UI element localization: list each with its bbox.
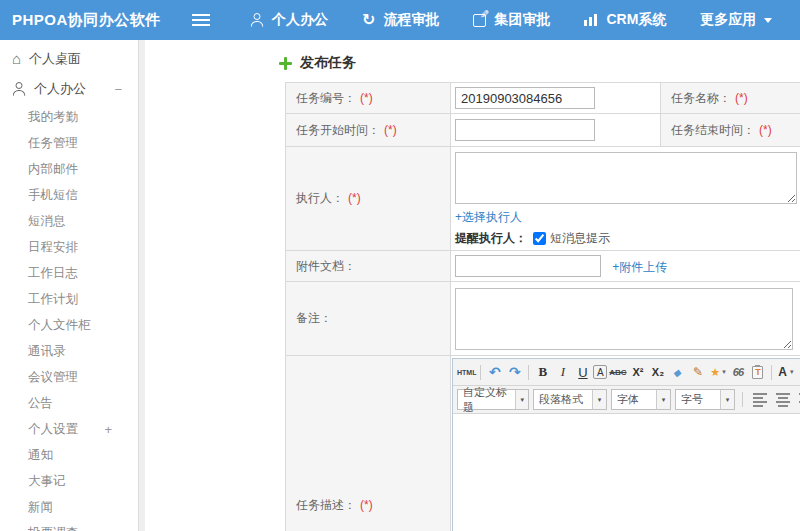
brush-icon: ✎ <box>693 365 703 379</box>
rich-text-editor: HTML ↶ ↷ B I U A ABC X² X₂ ◆ ✎ <box>452 358 800 531</box>
redo-button[interactable]: ↷ <box>505 362 524 382</box>
sidebar-item-personal-office[interactable]: 个人办公 − <box>0 74 138 104</box>
editor-content-area[interactable] <box>453 414 800 531</box>
superscript-button[interactable]: X² <box>628 362 647 382</box>
required-mark: (*) <box>360 91 373 105</box>
sidebar-item-mobile-sms[interactable]: 手机短信 <box>0 182 138 208</box>
font-family-select[interactable]: 字体▾ <box>611 389 671 410</box>
align-center-button[interactable] <box>773 390 792 410</box>
start-time-field-cell <box>451 114 661 147</box>
autotypeset-button[interactable]: ★▾ <box>708 362 727 382</box>
sidebar-item-label: 内部邮件 <box>28 161 78 178</box>
publish-task-form: 任务编号：(*) 任务名称：(*) 任务开始时间：(*) 任务结束时间：(*) <box>285 82 800 531</box>
strikethrough-button[interactable]: ABC <box>608 362 627 382</box>
remove-format-button[interactable]: ◆ <box>668 362 687 382</box>
nav-item-more-apps[interactable]: 更多应用 <box>700 11 772 29</box>
sidebar-item-label: 个人桌面 <box>29 50 81 68</box>
underline-button[interactable]: U <box>573 362 592 382</box>
format-painter-button[interactable]: ✎ <box>688 362 707 382</box>
sidebar-item-schedule[interactable]: 日程安排 <box>0 234 138 260</box>
font-size-select[interactable]: 字号▾ <box>675 389 735 410</box>
eraser-icon: ◆ <box>673 367 683 378</box>
font-color-button[interactable]: A▾ <box>776 362 795 382</box>
sms-notify-label: 短消息提示 <box>550 230 610 247</box>
required-mark: (*) <box>384 123 397 137</box>
nav-label: 更多应用 <box>700 11 756 29</box>
sidebar-item-label: 大事记 <box>28 473 66 490</box>
expand-toggle[interactable]: + <box>104 422 112 437</box>
nav-item-personal-office[interactable]: 个人办公 <box>250 11 328 29</box>
collapse-toggle[interactable]: − <box>114 82 122 97</box>
sidebar-item-contacts[interactable]: 通讯录 <box>0 338 138 364</box>
nav-label: CRM系统 <box>606 11 666 29</box>
sidebar-item-label: 个人设置 <box>28 421 78 438</box>
start-time-label-cell: 任务开始时间：(*) <box>286 114 451 147</box>
nav-label: 个人办公 <box>272 11 328 29</box>
process-refresh-icon: ↻ <box>362 13 375 27</box>
sidebar-item-personal-file-cabinet[interactable]: 个人文件柜 <box>0 312 138 338</box>
hamburger-menu-icon[interactable] <box>192 19 210 21</box>
custom-title-select[interactable]: 自定义标题▾ <box>457 389 529 410</box>
sidebar-item-label: 通知 <box>28 447 53 464</box>
executor-textarea[interactable] <box>455 152 797 204</box>
nav-item-crm[interactable]: CRM系统 <box>584 11 666 29</box>
end-time-label-cell: 任务结束时间：(*) <box>661 114 800 147</box>
remark-field-cell <box>451 282 800 356</box>
caret-down-icon: ▾ <box>515 390 528 409</box>
paste-button[interactable]: T <box>748 362 767 382</box>
caret-down-icon: ▾ <box>790 368 794 376</box>
executor-field-cell: +选择执行人 提醒执行人： 短消息提示 <box>451 147 800 251</box>
toolbar-separator <box>528 365 529 380</box>
sidebar-item-task-management[interactable]: 任务管理 <box>0 130 138 156</box>
attachment-upload-link[interactable]: +附件上传 <box>612 259 667 276</box>
sidebar-item-label: 手机短信 <box>28 187 78 204</box>
sidebar-item-label: 日程安排 <box>28 239 78 256</box>
sidebar-item-news[interactable]: 新闻 <box>0 494 138 520</box>
undo-button[interactable]: ↶ <box>485 362 504 382</box>
sidebar-item-label: 投票调查 <box>28 525 78 531</box>
paragraph-format-select[interactable]: 段落格式▾ <box>533 389 607 410</box>
sidebar-item-personal-settings[interactable]: 个人设置 + <box>0 416 138 442</box>
required-mark: (*) <box>360 498 373 512</box>
sidebar-item-short-message[interactable]: 短消息 <box>0 208 138 234</box>
align-left-button[interactable] <box>750 390 769 410</box>
select-value: 段落格式 <box>539 392 583 407</box>
italic-button[interactable]: I <box>553 362 572 382</box>
required-mark: (*) <box>735 91 748 105</box>
nav-item-workflow-approval[interactable]: ↻ 流程审批 <box>362 11 439 29</box>
align-right-button[interactable] <box>796 390 800 410</box>
page-header: 发布任务 <box>279 54 800 72</box>
start-time-input[interactable] <box>455 119 595 141</box>
remark-label-cell: 备注： <box>286 282 451 356</box>
remark-textarea[interactable] <box>455 288 793 350</box>
sidebar-item-internal-mail[interactable]: 内部邮件 <box>0 156 138 182</box>
bold-button[interactable]: B <box>533 362 552 382</box>
task-name-label-cell: 任务名称：(*) <box>661 83 800 114</box>
blockquote-button[interactable]: 66 <box>728 362 747 382</box>
sidebar-item-announcement[interactable]: 公告 <box>0 390 138 416</box>
sidebar-item-label: 会议管理 <box>28 369 78 386</box>
subscript-button[interactable]: X₂ <box>648 362 667 382</box>
attachment-input[interactable] <box>455 255 601 277</box>
description-field-cell: HTML ↶ ↷ B I U A ABC X² X₂ ◆ ✎ <box>451 356 800 531</box>
toolbar-separator <box>480 365 481 380</box>
sidebar-item-work-plan[interactable]: 工作计划 <box>0 286 138 312</box>
task-number-input[interactable] <box>455 87 595 109</box>
html-source-button[interactable]: HTML <box>457 362 476 382</box>
sidebar-item-my-attendance[interactable]: 我的考勤 <box>0 104 138 130</box>
caret-down-icon: ▾ <box>720 390 734 409</box>
sidebar-item-poll-survey[interactable]: 投票调查 <box>0 520 138 531</box>
sidebar-item-personal-desktop[interactable]: ⌂ 个人桌面 <box>0 44 138 74</box>
sms-notify-checkbox[interactable] <box>533 232 546 245</box>
nav-item-group-approval[interactable]: 集团审批 <box>473 11 550 29</box>
sidebar-item-label: 工作计划 <box>28 291 78 308</box>
bordered-text-button[interactable]: A <box>593 365 607 379</box>
sidebar-item-work-log[interactable]: 工作日志 <box>0 260 138 286</box>
sidebar-item-label: 公告 <box>28 395 53 412</box>
attachment-label-cell: 附件文档： <box>286 251 451 282</box>
sidebar-item-meeting-management[interactable]: 会议管理 <box>0 364 138 390</box>
sidebar-item-memorabilia[interactable]: 大事记 <box>0 468 138 494</box>
sidebar-item-notification[interactable]: 通知 <box>0 442 138 468</box>
choose-executor-link[interactable]: +选择执行人 <box>455 209 522 226</box>
top-navigation: 个人办公 ↻ 流程审批 集团审批 CRM系统 更多应用 <box>250 11 772 29</box>
